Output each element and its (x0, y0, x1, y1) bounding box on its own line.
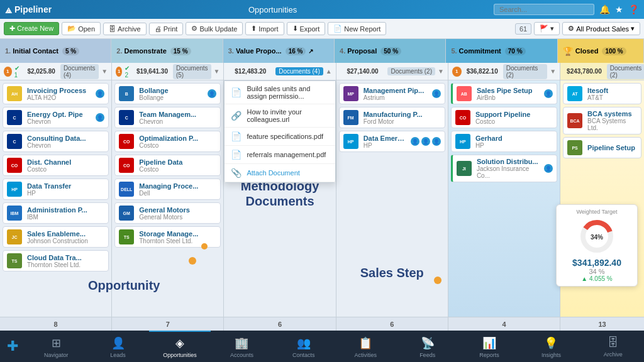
help-icon[interactable]: ❓ (628, 4, 639, 14)
search-input[interactable] (494, 4, 594, 15)
print-button[interactable]: 🖨 Print (149, 23, 184, 35)
card-data-transfer[interactable]: HP Data Transfer HP (3, 178, 109, 200)
trophy-icon: 🏆 (563, 47, 573, 56)
card-cloud-data[interactable]: TS Cloud Data Tra... Thornton Steel Ltd. (3, 250, 109, 272)
card-itesoft[interactable]: AT Itesoft AT&T (563, 83, 641, 104)
doc-item-1[interactable]: 📄 Build sales units and assign permissio… (225, 81, 335, 104)
wt-pct: 34 % (560, 268, 633, 275)
col-6-doc-badge[interactable]: Documents (2) (607, 64, 644, 79)
nav-feeds[interactable]: 📡 Feeds (396, 331, 458, 362)
open-button[interactable]: 📂 Open (62, 22, 101, 35)
doc-item-label: Build sales units and assign permissio..… (247, 85, 328, 100)
people-icon: 👤 (544, 89, 553, 98)
col-6-footer: 13 (560, 317, 644, 331)
col-1-arrow[interactable]: ▼ (101, 68, 108, 75)
nav-insights[interactable]: 💡 Insights (520, 331, 582, 362)
col-3-doc-badge[interactable]: Documents (4) (275, 67, 323, 75)
card-pipeline-setup[interactable]: PS Pipeline Setup (563, 137, 641, 158)
doc-item-4[interactable]: 📄 referrals management.pdf (225, 146, 335, 164)
card-bca-systems[interactable]: BCA BCA systems BCA Systems Ltd. (563, 107, 641, 134)
col-1-doc-badge[interactable]: Documents (4) (60, 64, 99, 79)
nav-opportunities[interactable]: ◈ Opportunities (149, 331, 211, 362)
card-solution-distrib[interactable]: JI Solution Distribu... Jackson Insuranc… (451, 155, 557, 182)
nav-navigator[interactable]: ⊞ Navigator (25, 331, 87, 362)
col-5-doc-badge[interactable]: Documents (2) (503, 64, 547, 79)
nav-reports[interactable]: 📊 Reports (458, 331, 520, 362)
card-logo: CO (119, 158, 134, 173)
card-storage-manage[interactable]: TS Storage Manage... Thornton Steel Ltd. (114, 226, 221, 248)
nav-archive[interactable]: 🗄 Archive (582, 331, 644, 362)
col-3-arrow-up[interactable]: ▲ (326, 68, 332, 75)
people-icon: 👤 (208, 89, 216, 98)
archive-button[interactable]: 🗄 Archive (103, 23, 147, 35)
nav-navigator-label: Navigator (44, 352, 69, 358)
stage-header-commitment: 5. Commitment 70 % (446, 39, 557, 63)
card-sub: Ford Motor (364, 118, 441, 125)
card-consulting-data[interactable]: C Consulting Data... Chevron (3, 131, 109, 152)
card-gerhard[interactable]: HP Gerhard HP (451, 131, 557, 152)
card-managing-proc[interactable]: DELL Managing Proce... Dell (114, 178, 221, 200)
card-team-mgmt[interactable]: C Team Managem... Chevron (114, 107, 221, 128)
kanban-col-1: 1 ✔ 1 $2,025.80 Documents (4) ▼ AH Invoi… (0, 63, 112, 331)
card-data-emergency[interactable]: HP Data Emergency HP 👤👤👤 (339, 131, 445, 152)
col-5-arrow[interactable]: ▼ (550, 68, 556, 75)
card-sub: General Motors (139, 214, 216, 221)
stage-header-proposal: 4. Proposal 50 % (335, 39, 446, 63)
card-sub: Chevron (27, 118, 93, 125)
star-icon[interactable]: ★ (615, 4, 623, 14)
doc-item-3[interactable]: 📄 feature specifications.pdf (225, 128, 335, 146)
top-bar: ⟁ Pipeliner Opportunities 🔔 ★ ❓ (0, 0, 644, 19)
doc-link-icon: 🔗 (231, 111, 242, 121)
stage-pct-2: 15 % (170, 47, 191, 55)
card-manufacturing[interactable]: FM Manufacturing P... Ford Motor (339, 107, 445, 128)
col-4-arrow[interactable]: ▼ (438, 68, 444, 75)
doc-dropdown[interactable]: 📄 Build sales units and assign permissio… (224, 80, 335, 183)
col-4-doc-badge[interactable]: Documents (2) (387, 67, 435, 75)
filter-button[interactable]: ⚙ All Product Sales ▾ (562, 22, 640, 35)
doc-attach-item[interactable]: 📎 Attach Document (225, 164, 335, 182)
col-1-amount: $2,025.80 (27, 68, 55, 75)
card-pipeline-data[interactable]: CO Pipeline Data Costco (114, 155, 221, 176)
col-2-doc-badge[interactable]: Documents (5) (173, 64, 211, 79)
archive-icon: 🗄 (608, 336, 619, 349)
add-button[interactable]: ✚ (0, 331, 25, 362)
nav-contacts[interactable]: 👥 Contacts (273, 331, 335, 362)
new-report-button[interactable]: 📄 New Report (328, 22, 386, 35)
card-general-motors[interactable]: GM General Motors General Motors (114, 202, 221, 224)
bottom-nav: ✚ ⊞ Navigator 👤 Leads ◈ Opportunities 🏢 … (0, 331, 644, 362)
card-bollange[interactable]: B Bollange Bollange 👤 (114, 83, 221, 104)
card-invoicing-process[interactable]: AH Invoicing Process ALTA H2O 👤 (3, 83, 109, 104)
flag-button[interactable]: 🚩 ▾ (534, 22, 560, 35)
import-button[interactable]: ⬆ Import (245, 22, 284, 35)
col-5-cards: AB Sales Pipe Setup AirBnb 👤 CO Support … (448, 80, 560, 317)
toolbar-right: 61 🚩 ▾ ⚙ All Product Sales ▾ (515, 22, 640, 35)
card-support-pipeline[interactable]: CO Support Pipeline Costco (451, 107, 557, 128)
card-sales-pipe-setup[interactable]: AB Sales Pipe Setup AirBnb 👤 (451, 83, 557, 104)
export-button[interactable]: ⬇ Export (287, 22, 326, 35)
doc-item-2[interactable]: 🔗 How to invite your colleagues.url (225, 104, 335, 128)
card-energy-opt[interactable]: C Energy Opt. Pipe Chevron 👤 (3, 107, 109, 128)
nav-activities[interactable]: 📋 Activities (335, 331, 396, 362)
bulk-update-button[interactable]: ⚙ Bulk Update (186, 22, 243, 35)
card-sub: Costco (475, 118, 553, 125)
app-logo: ⟁ Pipeliner (5, 3, 52, 16)
card-management-pipe[interactable]: MP Management Pip... Astrium 👤 (339, 83, 445, 104)
insights-icon: 💡 (544, 336, 558, 350)
card-sub: HP (27, 190, 104, 197)
card-admin-p[interactable]: IBM Administration P... IBM (3, 202, 109, 224)
create-new-button[interactable]: ✚ Create New (4, 22, 59, 35)
card-dist-channel[interactable]: CO Dist. Channel Costco (3, 155, 109, 176)
nav-accounts[interactable]: 🏢 Accounts (211, 331, 272, 362)
bell-icon[interactable]: 🔔 (599, 4, 610, 14)
card-sales-enable[interactable]: JC Sales Enableme... Johnson Constructio… (3, 226, 109, 248)
card-logo: TS (119, 229, 134, 244)
nav-leads[interactable]: 👤 Leads (87, 331, 148, 362)
card-title: Data Emergency (364, 134, 408, 142)
col-2-arrow[interactable]: ▼ (214, 68, 220, 75)
stage-header-closed: 🏆 Closed 100 % (558, 39, 644, 63)
wt-donut: 34% (560, 217, 633, 255)
nav-opportunities-label: Opportunities (163, 352, 197, 358)
card-title: Pipeline Data (139, 158, 216, 166)
card-optimization[interactable]: CO Optimalization P... Costco (114, 131, 221, 152)
opportunities-icon: ◈ (175, 336, 184, 350)
